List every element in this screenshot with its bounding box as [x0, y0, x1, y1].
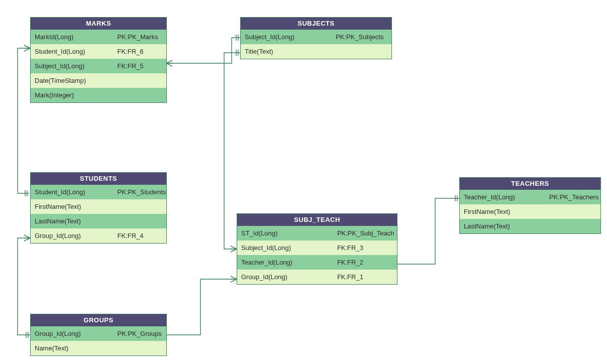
table-row: Group_Id(Long)FK:FR_1 [237, 270, 397, 284]
entity-subj-teach[interactable]: SUBJ_TEACH ST_Id(Long)PK:PK_Subj_Teach S… [237, 213, 397, 285]
entity-students-title: STUDENTS [31, 173, 166, 185]
table-row: Title(Text) [241, 44, 391, 59]
table-row: FirstName(Text) [460, 204, 600, 219]
er-diagram-canvas: { "entities":{ "marks":{ "title":"MARKS"… [0, 0, 607, 364]
table-row: Subject_Id(Long)PK:PK_Subjects [241, 30, 391, 44]
table-row: Date(TimeStamp) [31, 73, 166, 88]
table-row: Student_Id(Long)PK:PK_Students [31, 185, 166, 199]
table-row: Teacher_Id(Long)FK:FR_2 [237, 255, 397, 270]
table-row: Student_Id(Long)FK:FR_6 [31, 44, 166, 59]
table-row: FirstName(Text) [31, 199, 166, 214]
table-row: Mark(Integer) [31, 88, 166, 102]
entity-marks-title: MARKS [31, 18, 166, 30]
entity-subj-teach-title: SUBJ_TEACH [237, 214, 397, 226]
entity-marks[interactable]: MARKS MarkId(Long)PK:PK_Marks Student_Id… [30, 17, 167, 103]
table-row: MarkId(Long)PK:PK_Marks [31, 30, 166, 44]
table-row: Teacher_Id(Long)PK:PK_Teachers [460, 190, 600, 204]
table-row: LastName(Text) [460, 219, 600, 233]
entity-subjects-title: SUBJECTS [241, 18, 391, 30]
table-row: Group_Id(Long)FK:FR_4 [31, 228, 166, 243]
table-row: LastName(Text) [31, 214, 166, 228]
table-row: Subject_Id(Long)FK:FR_3 [237, 240, 397, 255]
table-row: Group_Id(Long)PK:PK_Groups [31, 326, 166, 341]
table-row: Subject_Id(Long)FK:FR_5 [31, 59, 166, 73]
entity-groups-title: GROUPS [31, 314, 166, 326]
entity-teachers[interactable]: TEACHERS Teacher_Id(Long)PK:PK_Teachers … [459, 177, 601, 234]
table-row: Name(Text) [31, 341, 166, 355]
entity-subjects[interactable]: SUBJECTS Subject_Id(Long)PK:PK_Subjects … [240, 17, 392, 59]
entity-groups[interactable]: GROUPS Group_Id(Long)PK:PK_Groups Name(T… [30, 314, 167, 356]
entity-teachers-title: TEACHERS [460, 178, 600, 190]
entity-students[interactable]: STUDENTS Student_Id(Long)PK:PK_Students … [30, 172, 167, 244]
table-row: ST_Id(Long)PK:PK_Subj_Teach [237, 226, 397, 240]
